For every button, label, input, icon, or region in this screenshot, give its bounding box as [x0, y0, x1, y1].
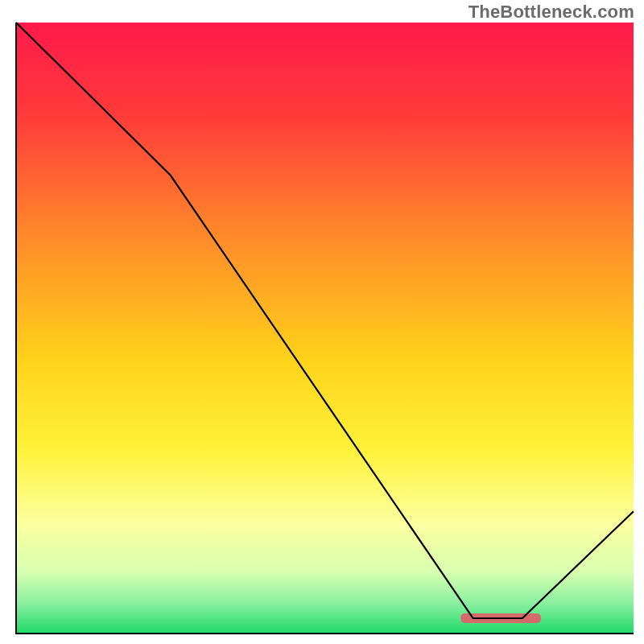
- watermark-label: TheBottleneck.com: [469, 2, 634, 23]
- bottleneck-chart: [0, 0, 644, 644]
- chart-container: TheBottleneck.com: [0, 0, 644, 644]
